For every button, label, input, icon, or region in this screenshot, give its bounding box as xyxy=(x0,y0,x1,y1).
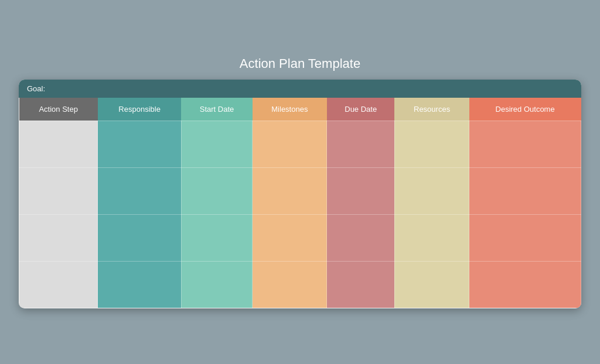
col-header-action: Action Step xyxy=(19,98,98,121)
cell-action-2[interactable] xyxy=(19,167,98,214)
table-row xyxy=(19,214,581,261)
table-container: Action Step Responsible Start Date Miles… xyxy=(19,98,581,308)
cell-startdate-3[interactable] xyxy=(181,214,252,261)
cell-duedate-1[interactable] xyxy=(327,121,394,167)
cell-resources-2[interactable] xyxy=(394,167,469,214)
cell-responsible-4[interactable] xyxy=(98,261,182,308)
cell-action-4[interactable] xyxy=(19,261,98,308)
col-header-startdate: Start Date xyxy=(181,98,252,121)
cell-resources-1[interactable] xyxy=(394,121,469,167)
table-row xyxy=(19,121,581,167)
cell-startdate-1[interactable] xyxy=(181,121,252,167)
cell-responsible-2[interactable] xyxy=(98,167,182,214)
cell-action-1[interactable] xyxy=(19,121,98,167)
col-header-resources: Resources xyxy=(394,98,469,121)
col-header-duedate: Due Date xyxy=(327,98,394,121)
cell-startdate-4[interactable] xyxy=(181,261,252,308)
goal-bar: Goal: xyxy=(19,80,581,98)
cell-duedate-4[interactable] xyxy=(327,261,394,308)
cell-milestones-3[interactable] xyxy=(253,214,327,261)
action-plan-table: Action Step Responsible Start Date Miles… xyxy=(19,98,581,308)
goal-label: Goal: xyxy=(27,84,45,93)
table-row xyxy=(19,261,581,308)
cell-outcome-4[interactable] xyxy=(469,261,581,308)
table-body xyxy=(19,121,581,308)
col-header-milestones: Milestones xyxy=(253,98,327,121)
cell-responsible-3[interactable] xyxy=(98,214,182,261)
cell-resources-4[interactable] xyxy=(394,261,469,308)
action-plan-card: Goal: Action Step Responsible Start Date… xyxy=(19,80,581,308)
col-header-responsible: Responsible xyxy=(98,98,182,121)
cell-startdate-2[interactable] xyxy=(181,167,252,214)
cell-milestones-2[interactable] xyxy=(253,167,327,214)
cell-outcome-3[interactable] xyxy=(469,214,581,261)
table-row xyxy=(19,167,581,214)
cell-responsible-1[interactable] xyxy=(98,121,182,167)
cell-action-3[interactable] xyxy=(19,214,98,261)
col-header-outcome: Desired Outcome xyxy=(469,98,581,121)
cell-milestones-1[interactable] xyxy=(253,121,327,167)
cell-resources-3[interactable] xyxy=(394,214,469,261)
cell-outcome-1[interactable] xyxy=(469,121,581,167)
cell-duedate-2[interactable] xyxy=(327,167,394,214)
cell-milestones-4[interactable] xyxy=(253,261,327,308)
page-title: Action Plan Template xyxy=(240,56,360,71)
cell-outcome-2[interactable] xyxy=(469,167,581,214)
table-header: Action Step Responsible Start Date Miles… xyxy=(19,98,581,121)
header-row: Action Step Responsible Start Date Miles… xyxy=(19,98,581,121)
cell-duedate-3[interactable] xyxy=(327,214,394,261)
